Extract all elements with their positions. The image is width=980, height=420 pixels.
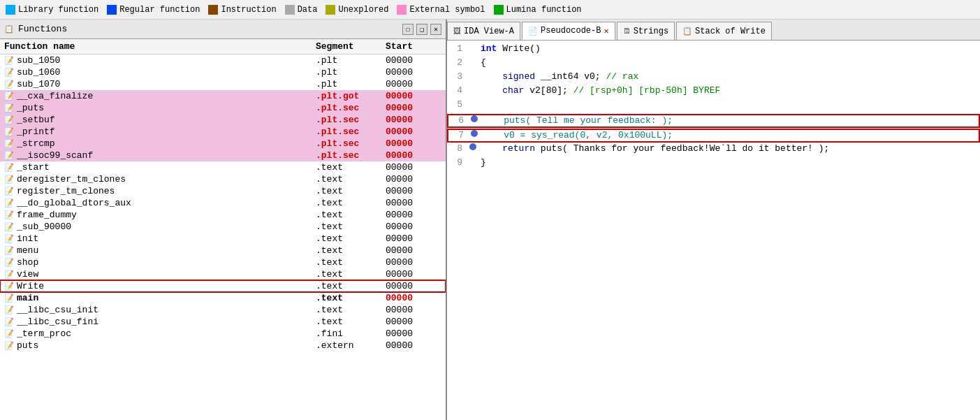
legend-label-library: Library function: [18, 5, 98, 15]
legend-label-instruction: Instruction: [221, 5, 276, 15]
legend-color-regular: [107, 5, 117, 15]
code-text-2: {: [478, 57, 980, 68]
close-button[interactable]: ✕: [430, 24, 441, 35]
table-row-write[interactable]: 📝Write .text 00000: [0, 280, 446, 292]
code-text-1: int Write(): [478, 43, 980, 54]
func-name-cell: 📝menu: [4, 245, 316, 256]
table-row[interactable]: 📝__do_global_dtors_aux .text 00000: [0, 197, 446, 209]
table-row[interactable]: 📝_puts .plt.sec 00000: [0, 102, 446, 114]
tab-close-pseudo[interactable]: ✕: [604, 26, 608, 36]
col-function-name[interactable]: Function name: [4, 41, 316, 52]
line-number-1: 1: [447, 43, 468, 54]
table-row[interactable]: 📝__libc_csu_init .text 00000: [0, 304, 446, 316]
func-icon: 📝: [4, 317, 14, 326]
func-name-cell: 📝__isoc99_scanf: [4, 150, 316, 161]
table-row[interactable]: 📝sub_1050 .plt 00000: [0, 55, 446, 66]
code-text-9: }: [478, 157, 980, 168]
table-row[interactable]: 📝puts .extern 00000: [0, 340, 446, 352]
table-row[interactable]: 📝init .text 00000: [0, 233, 446, 245]
table-row[interactable]: 📝__cxa_finalize .plt.got 00000: [0, 90, 446, 102]
table-row[interactable]: 📝view .text 00000: [0, 268, 446, 280]
table-row[interactable]: 📝_start .text 00000: [0, 161, 446, 173]
code-line-5: 5: [447, 99, 980, 113]
code-text-8: return puts( Thanks for your feedback!We…: [478, 143, 980, 154]
table-row[interactable]: 📝__isoc99_scanf .plt.sec 00000: [0, 150, 446, 161]
func-name: __isoc99_scanf: [17, 150, 93, 161]
breakpoint-7: [469, 130, 479, 137]
legend-label-lumina: Lumina function: [506, 5, 582, 15]
func-segment: .plt: [316, 67, 386, 78]
func-name-cell: 📝_printf: [4, 126, 316, 137]
func-name: _start: [17, 162, 50, 173]
func-name-cell: 📝_term_proc: [4, 328, 316, 339]
table-row[interactable]: 📝_setbuf .plt.sec 00000: [0, 114, 446, 126]
func-segment: .plt.sec: [316, 126, 386, 137]
func-start: 00000: [386, 269, 441, 280]
restore-button[interactable]: ❑: [416, 24, 427, 35]
table-row[interactable]: 📝deregister_tm_clones .text 00000: [0, 173, 446, 185]
col-segment[interactable]: Segment: [316, 41, 386, 52]
col-start[interactable]: Start: [386, 41, 441, 52]
func-start: 00000: [386, 138, 441, 149]
code-line-2: 2 {: [447, 57, 980, 71]
func-name-cell: 📝register_tm_clones: [4, 186, 316, 196]
func-icon: 📝: [4, 139, 14, 148]
func-name-cell: 📝init: [4, 233, 316, 244]
table-row[interactable]: 📝_term_proc .fini 00000: [0, 328, 446, 340]
line-number-6: 6: [448, 115, 469, 126]
code-line-6: 6 puts( Tell me your feedback: );: [447, 114, 980, 128]
legend-label-unexplored: Unexplored: [338, 5, 388, 15]
func-segment: .plt.sec: [316, 103, 386, 113]
func-icon: 📝: [4, 305, 14, 314]
func-segment: .text: [316, 269, 386, 280]
tab-ida-view[interactable]: 🖼 IDA View-A ✕: [447, 22, 520, 40]
table-row[interactable]: 📝_printf .plt.sec 00000: [0, 126, 446, 138]
func-icon: 📝: [4, 187, 14, 196]
func-name: _puts: [17, 103, 44, 113]
code-text-6: puts( Tell me your feedback: );: [479, 115, 979, 126]
line-number-7: 7: [448, 130, 469, 140]
line-number-8: 8: [447, 143, 468, 154]
func-segment: .text: [316, 198, 386, 208]
table-row[interactable]: 📝sub_1070 .plt 00000: [0, 78, 446, 90]
func-name: _term_proc: [17, 328, 71, 339]
code-line-8: 8 return puts( Thanks for your feedback!…: [447, 143, 980, 157]
table-row[interactable]: 📝menu .text 00000: [0, 245, 446, 256]
func-name-cell: 📝sub_1050: [4, 55, 316, 66]
func-start: 00000: [386, 281, 441, 291]
tab-label-pseudo: Pseudocode-B: [541, 26, 601, 36]
func-start: 00000: [386, 198, 441, 208]
func-name-cell: 📝shop: [4, 257, 316, 268]
func-name-cell: 📝__libc_csu_fini: [4, 317, 316, 327]
func-icon: 📝: [4, 115, 14, 124]
func-name: puts: [17, 340, 38, 351]
table-row[interactable]: 📝frame_dummy .text 00000: [0, 209, 446, 221]
func-name: sub_1070: [17, 79, 60, 89]
func-icon: 📝: [4, 80, 14, 89]
func-icon: 📝: [4, 246, 14, 255]
line-number-9: 9: [447, 157, 468, 168]
table-row[interactable]: 📝register_tm_clones .text 00000: [0, 185, 446, 197]
tab-stack-of-write[interactable]: 📋 Stack of Write ✕: [676, 22, 772, 40]
tab-icon-strings: 🖺: [623, 27, 631, 36]
legend-color-data: [285, 5, 295, 15]
func-name: __do_global_dtors_aux: [17, 198, 131, 208]
table-row[interactable]: 📝sub_1060 .plt 00000: [0, 66, 446, 78]
line-number-5: 5: [447, 99, 468, 110]
line-number-4: 4: [447, 85, 468, 96]
tab-strings[interactable]: 🖺 Strings ✕: [617, 22, 675, 40]
table-row[interactable]: 📝__libc_csu_fini .text 00000: [0, 316, 446, 328]
code-content[interactable]: 1 int Write() 2 { 3 signed __int64 v0; /…: [447, 41, 980, 420]
legend-item-unexplored: Unexplored: [326, 5, 388, 15]
table-row[interactable]: 📝_strcmp .plt.sec 00000: [0, 138, 446, 150]
func-icon: 📝: [4, 151, 14, 160]
func-icon: 📝: [4, 222, 14, 231]
minimize-button[interactable]: ☐: [402, 24, 414, 35]
tab-pseudocode[interactable]: 📄 Pseudocode-B ✕: [522, 22, 615, 40]
table-row[interactable]: 📝_sub_90000 .text 00000: [0, 221, 446, 233]
functions-list[interactable]: 📝sub_1050 .plt 00000 📝sub_1060 .plt 0000…: [0, 55, 446, 420]
legend-item-regular: Regular function: [107, 5, 200, 15]
table-row[interactable]: 📝shop .text 00000: [0, 256, 446, 268]
table-row[interactable]: 📝main .text 00000: [0, 292, 446, 304]
func-icon: 📝: [4, 234, 14, 243]
